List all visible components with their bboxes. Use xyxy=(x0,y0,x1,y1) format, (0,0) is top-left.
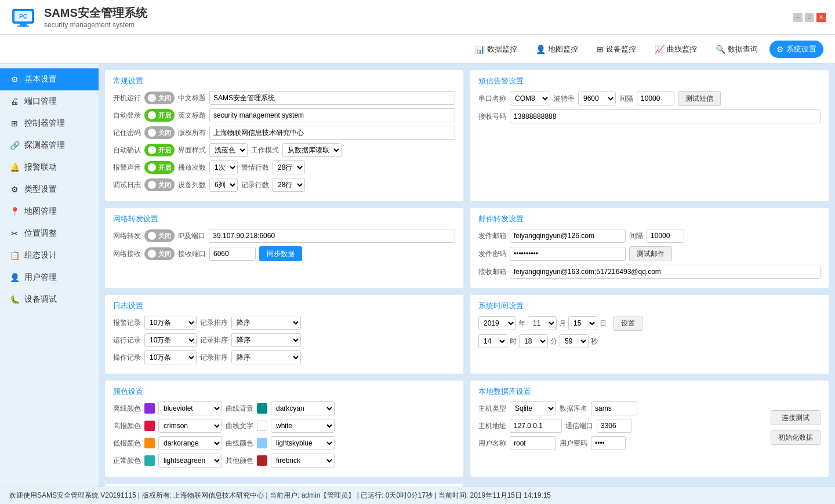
toggle-dot-autoconfirm xyxy=(148,146,156,154)
map-icon: 📍 xyxy=(9,207,20,216)
input-en-title[interactable] xyxy=(209,108,455,122)
input-receive-port[interactable] xyxy=(209,247,256,261)
nav-curve-monitor[interactable]: 📈 曲线监控 xyxy=(648,41,704,58)
btn-local-db-init[interactable]: 初始化数据 xyxy=(771,430,821,445)
select-local-db-type[interactable]: Sqlite xyxy=(510,401,556,415)
form-row-sms-port: 串口名称 COM8 波特率 9600 间隔 测试短信 xyxy=(478,91,821,106)
btn-local-db-connect[interactable]: 连接测试 xyxy=(771,410,821,425)
select-op-log-sort[interactable]: 降序 xyxy=(231,350,301,364)
swatch-curve-color xyxy=(257,438,267,448)
sidebar-item-alarm-linkage[interactable]: 🔔 报警联动 xyxy=(0,156,99,178)
toggle-remember-pwd[interactable]: 关闭 xyxy=(144,126,175,139)
select-alarm-log-sort[interactable]: 降序 xyxy=(231,316,301,330)
select-run-log-sort[interactable]: 降序 xyxy=(231,333,301,347)
select-second[interactable]: 59 xyxy=(560,334,589,348)
toggle-net-forward[interactable]: 关闭 xyxy=(144,229,175,242)
select-minute[interactable]: 18 xyxy=(519,334,548,348)
sidebar-item-device-debug[interactable]: 🐛 设备调试 xyxy=(0,288,99,311)
select-alarm-log[interactable]: 10万条 xyxy=(144,316,197,330)
swatch-other xyxy=(257,455,267,466)
input-local-host-addr[interactable] xyxy=(510,419,562,433)
select-record-rows[interactable]: 28行 xyxy=(273,178,305,192)
btn-set-time[interactable]: 设置 xyxy=(613,316,642,331)
sidebar-item-detector[interactable]: 🔗 探测器管理 xyxy=(0,134,99,156)
input-local-username[interactable] xyxy=(510,436,556,450)
select-month[interactable]: 11 xyxy=(528,316,557,330)
select-op-log[interactable]: 10万条 xyxy=(144,350,197,364)
nav-data-query[interactable]: 🔍 数据查询 xyxy=(709,41,765,58)
select-high-alarm-color[interactable]: crimson xyxy=(158,419,222,433)
form-row-remember-pwd: 记住密码 关闭 版权所有 xyxy=(113,126,455,140)
input-sender-email[interactable] xyxy=(510,229,626,243)
form-row-net-forward: 网络转发 关闭 IP及端口 xyxy=(113,229,455,243)
select-ui-style[interactable]: 浅蓝色 xyxy=(209,143,248,157)
sidebar-item-port-manage[interactable]: 🖨 端口管理 xyxy=(0,90,99,112)
btn-test-email[interactable]: 测试邮件 xyxy=(629,246,672,261)
btn-sync-data[interactable]: 同步数据 xyxy=(259,246,302,261)
sidebar-item-state-design[interactable]: 📋 组态设计 xyxy=(0,244,99,266)
input-email-interval[interactable] xyxy=(647,229,684,243)
select-alarm-rows[interactable]: 28行 xyxy=(273,160,305,174)
sidebar-item-controller[interactable]: ⊞ 控制器管理 xyxy=(0,112,99,134)
color-settings-title: 颜色设置 xyxy=(113,386,455,397)
close-button[interactable]: ✕ xyxy=(816,13,826,22)
form-row-sender-pwd: 发件密码 测试邮件 xyxy=(478,246,821,261)
label-normal-color: 正常颜色 xyxy=(113,456,141,466)
nav-system-settings[interactable]: ⚙ 系统设置 xyxy=(769,41,823,58)
nav-device-monitor[interactable]: ⊞ 设备监控 xyxy=(590,41,643,58)
input-ip-port[interactable] xyxy=(209,229,455,243)
toggle-autologin[interactable]: 开启 xyxy=(144,109,175,122)
input-local-db-name[interactable] xyxy=(591,401,637,415)
toggle-startup[interactable]: 关闭 xyxy=(144,92,175,104)
select-baud-rate[interactable]: 9600 xyxy=(578,92,616,105)
select-year[interactable]: 2019 xyxy=(478,316,516,330)
input-receive-number[interactable] xyxy=(510,109,821,123)
maximize-button[interactable]: □ xyxy=(805,13,814,22)
sms-alarm-section: 短信告警设置 串口名称 COM8 波特率 9600 间隔 测试短信 接收号码 xyxy=(470,70,829,202)
select-device-cols[interactable]: 6列 xyxy=(209,178,238,192)
nav-map-monitor[interactable]: 👤 地图监控 xyxy=(529,41,585,58)
sidebar-item-type-settings[interactable]: ⚙ 类型设置 xyxy=(0,178,99,200)
toggle-debug-log[interactable]: 关闭 xyxy=(144,178,175,191)
input-receive-email[interactable] xyxy=(510,265,821,279)
select-low-alarm-color[interactable]: darkorange xyxy=(158,436,222,450)
label-local-host-addr: 主机地址 xyxy=(478,421,506,431)
sidebar-item-map-manage[interactable]: 📍 地图管理 xyxy=(0,200,99,222)
input-cn-title[interactable] xyxy=(209,91,455,105)
nav-data-monitor[interactable]: 📊 数据监控 xyxy=(468,41,524,58)
input-sms-interval[interactable] xyxy=(637,92,674,105)
position-icon: ✂ xyxy=(9,229,20,238)
minimize-button[interactable]: ─ xyxy=(793,13,803,22)
select-hour[interactable]: 14 xyxy=(478,334,507,348)
input-local-pwd[interactable] xyxy=(591,436,626,450)
toggle-autoconfirm[interactable]: 开启 xyxy=(144,144,175,156)
input-copyright[interactable] xyxy=(209,126,455,140)
select-sms-port[interactable]: COM8 xyxy=(510,92,550,105)
select-play-count[interactable]: 1次 xyxy=(209,160,238,174)
toggle-net-receive[interactable]: 关闭 xyxy=(144,247,175,260)
label-net-receive: 网络接收 xyxy=(113,249,141,259)
toggle-text-autoconfirm: 开启 xyxy=(158,146,171,155)
sidebar-item-position[interactable]: ✂ 位置调整 xyxy=(0,222,99,244)
toggle-alarm-sound[interactable]: 开启 xyxy=(144,161,175,174)
select-other-color[interactable]: firebrick xyxy=(271,454,335,468)
select-work-mode[interactable]: 从数据库读取 xyxy=(282,143,342,157)
title-bar: PC SAMS安全管理系统 security management system… xyxy=(0,0,835,35)
btn-test-sms[interactable]: 测试短信 xyxy=(678,91,721,106)
label-hour: 时 xyxy=(510,337,517,346)
window-controls[interactable]: ─ □ ✕ xyxy=(793,13,826,22)
select-run-log[interactable]: 10万条 xyxy=(144,333,197,347)
input-sender-pwd[interactable] xyxy=(510,247,626,261)
select-curve-text[interactable]: white xyxy=(271,419,335,433)
select-curve-color[interactable]: lightskyblue xyxy=(271,436,335,450)
select-normal-color[interactable]: lightseagreen xyxy=(158,454,222,468)
controller-icon: ⊞ xyxy=(9,119,20,128)
sidebar-item-user-manage[interactable]: 👤 用户管理 xyxy=(0,266,99,288)
select-curve-bg[interactable]: darkcyan xyxy=(271,401,335,415)
select-offline-color[interactable]: blueviolet xyxy=(158,401,222,415)
sidebar-label-detector: 探测器管理 xyxy=(24,140,65,151)
input-local-comm-port[interactable] xyxy=(597,419,631,433)
sidebar-item-basic-settings[interactable]: ⚙ 基本设置 xyxy=(0,68,99,90)
curve-monitor-icon: 📈 xyxy=(655,45,665,54)
select-day[interactable]: 15 xyxy=(568,316,597,330)
